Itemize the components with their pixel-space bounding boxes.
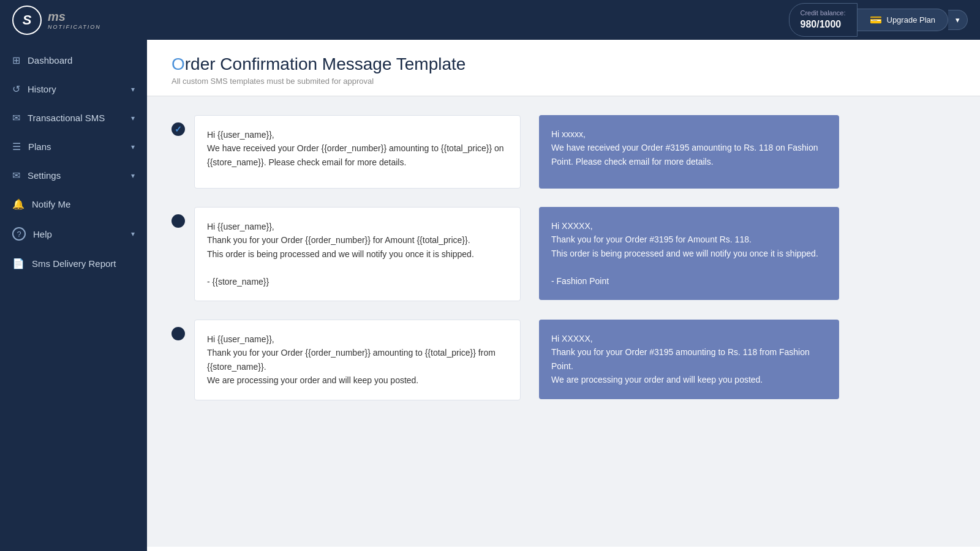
plans-arrow: ▾ — [131, 143, 135, 151]
plans-icon: ☰ — [12, 141, 21, 152]
page-subtitle: All custom SMS templates must be submite… — [172, 77, 956, 86]
sidebar-label-help: Help — [33, 229, 52, 239]
template-row-2: Hi {{user_name}},Thank you for your Orde… — [172, 207, 956, 301]
topnav: S ms NOTIFICATION Credit balance: 980/10… — [0, 0, 980, 40]
template-box-3: Hi {{user_name}},Thank you for your Orde… — [194, 320, 521, 400]
delivery-report-icon: 📄 — [12, 258, 24, 269]
template-row-1: Hi {{user_name}},We have received your O… — [172, 115, 956, 189]
template-box-2: Hi {{user_name}},Thank you for your Orde… — [194, 207, 521, 301]
sidebar-item-history[interactable]: ↺ History ▾ — [0, 75, 147, 103]
template-preview-2: Hi XXXXX,Thank you for your Order #3195 … — [539, 207, 839, 300]
template-radio-2[interactable] — [172, 214, 185, 228]
sidebar-item-help[interactable]: ? Help ▾ — [0, 219, 147, 249]
logo-text: ms NOTIFICATION — [48, 9, 101, 31]
logo: S ms NOTIFICATION — [12, 6, 101, 35]
sidebar: ⊞ Dashboard ↺ History ▾ ✉ Transactional … — [0, 40, 147, 551]
content-area: Order Confirmation Message Template All … — [147, 40, 980, 551]
card-icon: 💳 — [870, 14, 882, 26]
page-title: Order Confirmation Message Template — [172, 54, 956, 74]
sidebar-item-notify-me[interactable]: 🔔 Notify Me — [0, 190, 147, 219]
templates-area: Hi {{user_name}},We have received your O… — [147, 97, 980, 547]
template-radio-3[interactable] — [172, 327, 185, 340]
template-preview-3: Hi XXXXX,Thank you for your Order #3195 … — [539, 320, 839, 399]
help-arrow: ▾ — [131, 230, 135, 238]
history-arrow: ▾ — [131, 85, 135, 94]
credit-balance: Credit balance: 980/1000 — [789, 3, 858, 37]
transactional-sms-icon: ✉ — [12, 112, 20, 124]
sidebar-item-settings[interactable]: ✉ Settings ▾ — [0, 161, 147, 190]
template-row-3: Hi {{user_name}},Thank you for your Orde… — [172, 320, 956, 400]
main-layout: ⊞ Dashboard ↺ History ▾ ✉ Transactional … — [0, 40, 980, 551]
settings-icon: ✉ — [12, 170, 20, 181]
sidebar-item-dashboard[interactable]: ⊞ Dashboard — [0, 46, 147, 75]
transactional-sms-arrow: ▾ — [131, 114, 135, 122]
notify-me-icon: 🔔 — [12, 198, 24, 210]
sidebar-label-notify-me: Notify Me — [32, 199, 70, 209]
logo-icon: S — [12, 6, 42, 35]
upgrade-plan-button[interactable]: 💳 Upgrade Plan — [858, 9, 949, 31]
template-box-1: Hi {{user_name}},We have received your O… — [194, 115, 521, 189]
sidebar-item-plans[interactable]: ☰ Plans ▾ — [0, 132, 147, 161]
settings-arrow: ▾ — [131, 171, 135, 180]
template-selector-2: Hi {{user_name}},Thank you for your Orde… — [172, 207, 521, 301]
sidebar-item-transactional-sms[interactable]: ✉ Transactional SMS ▾ — [0, 103, 147, 132]
sidebar-label-history: History — [28, 84, 56, 94]
help-icon: ? — [12, 227, 26, 241]
sidebar-label-dashboard: Dashboard — [28, 55, 72, 66]
template-selector-1: Hi {{user_name}},We have received your O… — [172, 115, 521, 189]
dashboard-icon: ⊞ — [12, 54, 20, 66]
sidebar-label-settings: Settings — [28, 170, 61, 181]
history-icon: ↺ — [12, 83, 20, 95]
template-radio-1[interactable] — [172, 122, 185, 136]
sidebar-item-sms-delivery-report[interactable]: 📄 Sms Delivery Report — [0, 249, 147, 278]
template-preview-1: Hi xxxxx,We have received your Order #31… — [539, 115, 839, 189]
template-selector-3: Hi {{user_name}},Thank you for your Orde… — [172, 320, 521, 400]
topnav-right: Credit balance: 980/1000 💳 Upgrade Plan … — [789, 3, 968, 37]
upgrade-dropdown-button[interactable]: ▾ — [948, 10, 968, 30]
page-header: Order Confirmation Message Template All … — [147, 40, 980, 97]
sidebar-label-sms-delivery-report: Sms Delivery Report — [32, 258, 116, 269]
sidebar-label-transactional-sms: Transactional SMS — [28, 113, 105, 123]
sidebar-label-plans: Plans — [28, 141, 51, 152]
